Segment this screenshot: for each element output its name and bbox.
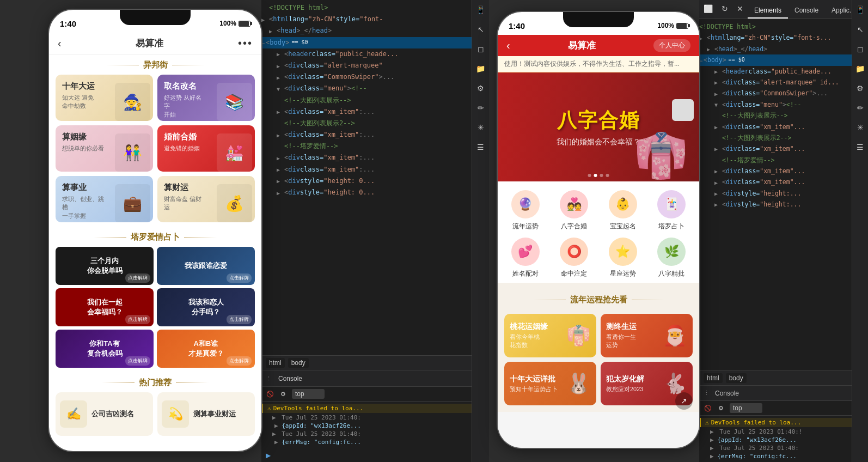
- devtools-right-source[interactable]: <!DOCTYPE html> ▶ <html lang="zh-CN" sty…: [699, 19, 852, 370]
- r-expand-1[interactable]: ▶: [710, 428, 714, 435]
- r-source-line[interactable]: ▶ <div class="CommonSwiper">...: [699, 88, 852, 99]
- r-console-settings[interactable]: ⚙: [717, 404, 725, 412]
- r-toolbar-icon-7[interactable]: ✳: [855, 122, 866, 133]
- indent-arrow-2[interactable]: ▶: [274, 439, 278, 446]
- r-expand-arrow[interactable]: ▶: [714, 78, 722, 86]
- tarot-click-4[interactable]: 点击解牌: [227, 315, 252, 324]
- r-expand-arrow[interactable]: ▶: [714, 145, 722, 153]
- tab-html[interactable]: html: [266, 358, 285, 368]
- source-line[interactable]: ▶ <div style="height: 0...: [261, 187, 472, 198]
- r-source-line[interactable]: ▶ <div class="xm_item"...: [699, 143, 852, 154]
- tab-console-right[interactable]: Console: [788, 3, 825, 19]
- r-expand-arrow[interactable]: ▶: [714, 68, 722, 75]
- expand-arrow[interactable]: ▶: [269, 27, 277, 35]
- icon-item-2[interactable]: 💑 八字合婚: [553, 190, 596, 231]
- tarot-click-2[interactable]: 点击解牌: [227, 273, 252, 283]
- source-line[interactable]: ▶ <html lang="zh-CN" style="font-: [261, 14, 472, 25]
- r-toolbar-icon-4[interactable]: 📁: [855, 63, 866, 74]
- icon-item-4[interactable]: 🃏 塔罗占卜: [651, 190, 693, 231]
- r-toolbar-icon-3[interactable]: ◻: [855, 44, 866, 54]
- tarot-click-5[interactable]: 点击解牌: [125, 356, 150, 366]
- r-expand-arrow[interactable]: ▶: [714, 190, 722, 197]
- r-source-line[interactable]: ▶ <head> _ </head>: [699, 44, 852, 54]
- source-line[interactable]: ▶ <head> _ </head>: [261, 25, 472, 37]
- indent-arrow-1[interactable]: ▶: [274, 422, 278, 429]
- r-toolbar-icon-8[interactable]: ☰: [855, 142, 866, 153]
- r-console-filter[interactable]: [730, 403, 762, 413]
- tarot-click-6[interactable]: 点击解牌: [227, 356, 252, 366]
- flow-card-2[interactable]: 测终生运 看透你一生运势 🎅: [601, 314, 693, 357]
- share-btn-right[interactable]: ↗: [675, 392, 693, 410]
- tab-elements-right[interactable]: Elements: [748, 3, 788, 19]
- r-indent-2[interactable]: ▶: [710, 453, 714, 460]
- source-line[interactable]: <!--塔罗爱情-->: [261, 141, 472, 152]
- icon-item-6[interactable]: ⭕ 命中注定: [553, 238, 596, 278]
- source-line[interactable]: <!--大图列表展示2-->: [261, 118, 472, 129]
- icon-item-5[interactable]: 💕 姓名配对: [504, 238, 547, 278]
- r-tab-html[interactable]: html: [704, 373, 723, 383]
- tarot-click-1[interactable]: 点击解牌: [125, 273, 150, 283]
- icon-item-3[interactable]: 👶 宝宝起名: [602, 190, 644, 231]
- expand-arrow[interactable]: [261, 4, 269, 12]
- expand-icon-1[interactable]: ▶: [272, 414, 276, 421]
- r-expand-arrow[interactable]: ▶: [714, 123, 722, 131]
- r-source-line[interactable]: ▶ <div class="xm_item"...: [699, 121, 852, 132]
- r-expand-arrow[interactable]: ▶: [707, 45, 714, 53]
- r-tab-body[interactable]: body: [726, 373, 747, 383]
- source-line[interactable]: ▶ <div class="xm_item":...: [261, 106, 472, 118]
- toolbar-icon-settings[interactable]: ⚙: [475, 83, 486, 94]
- r-console-info-1[interactable]: ▶ Tue Jul 25 2023 01:40:!: [699, 427, 852, 436]
- source-line-body[interactable]: … <body> == $0: [261, 37, 472, 48]
- r-source-line[interactable]: <!DOCTYPE html>: [699, 21, 852, 32]
- r-expand-arrow[interactable]: ▶: [699, 34, 707, 42]
- r-source-line[interactable]: ▶ <html lang="zh-CN" style="font-s...: [699, 32, 852, 43]
- hot-card-1[interactable]: ✍️ 公司吉凶测名: [56, 392, 153, 436]
- flow-card-1[interactable]: 桃花运姻缘 看你今年桃花指数 👘: [504, 314, 596, 357]
- r-expand-arrow[interactable]: ▶: [714, 90, 722, 98]
- tarot-card-3[interactable]: 我们在一起会幸福吗？ 点击解牌: [56, 288, 154, 326]
- console-expand-bottom[interactable]: ▶: [261, 448, 472, 462]
- maximize-btn[interactable]: ⬜: [699, 0, 717, 19]
- console-info-1[interactable]: ▶ Tue Jul 25 2023 01:40:: [261, 413, 472, 422]
- source-line[interactable]: <!--大图列表展示-->: [261, 95, 472, 106]
- card-dayun[interactable]: 十年大运 知大运 避免命中劫数 🧙: [56, 75, 153, 121]
- card-career[interactable]: 算事业 求职、创业、跳槽一手掌握 💼: [56, 176, 153, 222]
- icon-item-7[interactable]: ⭐ 星座运势: [602, 238, 644, 278]
- tarot-card-2[interactable]: 我该跟谁恋爱 点击解牌: [157, 247, 255, 285]
- r-toolbar-icon-1[interactable]: 📱: [855, 4, 866, 15]
- r-console-dots[interactable]: ⋮: [704, 390, 710, 397]
- expand-arrow[interactable]: ▶: [261, 16, 269, 23]
- icon-item-1[interactable]: 🔮 流年运势: [504, 190, 547, 231]
- r-console-info-2[interactable]: ▶ Tue Jul 25 2023 01:40:: [699, 443, 852, 453]
- r-source-line[interactable]: <!--大图列表展示-->: [699, 110, 852, 121]
- icon-item-8[interactable]: 🌿 八字精批: [651, 238, 693, 278]
- r-expand-arrow[interactable]: ▶: [714, 179, 722, 186]
- r-toolbar-icon-6[interactable]: ✏: [855, 102, 866, 113]
- toolbar-icon-star[interactable]: ✳: [475, 122, 486, 133]
- toolbar-icon-menu[interactable]: ☰: [475, 142, 486, 153]
- expand-arrow[interactable]: ▶: [277, 189, 284, 197]
- r-toolbar-icon-2[interactable]: ↖: [855, 24, 866, 35]
- r-toolbar-icon-5[interactable]: ⚙: [855, 83, 866, 94]
- tarot-card-4[interactable]: 我该和恋人分手吗？ 点击解牌: [157, 288, 255, 326]
- r-console-tab[interactable]: Console: [715, 390, 739, 397]
- card-wealth[interactable]: 算财运 财富命盘 偏财运 💰: [157, 176, 255, 222]
- hero-banner[interactable]: 八字合婚 我们的婚姻会不会幸福？ 👘: [498, 72, 699, 181]
- r-source-line[interactable]: <!--大图列表展示2-->: [699, 132, 852, 143]
- source-line[interactable]: ▶ <div style="height: 0...: [261, 175, 472, 187]
- console-tab-label[interactable]: Console: [278, 375, 302, 382]
- tarot-card-5[interactable]: 你和TA有复合机会吗 点击解牌: [56, 330, 154, 368]
- toolbar-icon-edit[interactable]: ✏: [475, 102, 486, 113]
- devtools-source[interactable]: <!DOCTYPE html> ▶ <html lang="zh-CN" sty…: [261, 0, 472, 355]
- toolbar-icon-cursor[interactable]: ↖: [475, 24, 486, 35]
- expand-arrow[interactable]: ▼: [277, 85, 284, 93]
- card-wedding[interactable]: 婚前合婚 避免错的婚姻 💒: [157, 125, 255, 172]
- source-line[interactable]: ▶ <div class="xm_item":...: [261, 164, 472, 175]
- console-dots-btn[interactable]: ⋮: [266, 375, 272, 382]
- tarot-card-1[interactable]: 三个月内你会脱单吗 点击解牌: [56, 247, 154, 285]
- r-source-line[interactable]: ▶ <div class="xm_item"...: [699, 177, 852, 187]
- expand-arrow[interactable]: ▶: [277, 154, 284, 162]
- tab-body[interactable]: body: [288, 358, 309, 368]
- expand-arrow[interactable]: ▶: [277, 50, 284, 58]
- toolbar-icon-folder[interactable]: 📁: [475, 63, 486, 74]
